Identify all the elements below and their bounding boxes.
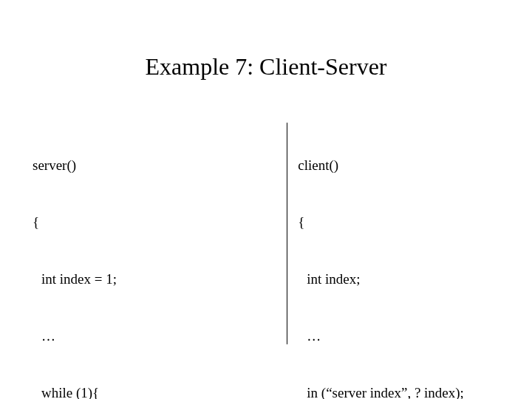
code-line: client() [298, 156, 517, 175]
slide-title: Example 7: Client-Server [0, 53, 532, 81]
code-line: { [33, 213, 281, 232]
code-columns: server() { int index = 1; … while (1){ i… [33, 118, 517, 399]
code-line: … [298, 327, 517, 346]
code-line: int index = 1; [33, 270, 281, 289]
slide: Example 7: Client-Server server() { int … [0, 0, 532, 399]
code-line: int index; [298, 270, 517, 289]
code-line: { [298, 213, 517, 232]
code-line: in (“server index”, ? index); [298, 383, 517, 399]
code-line: … [33, 327, 281, 346]
server-code-block: server() { int index = 1; … while (1){ i… [33, 118, 287, 399]
code-line: while (1){ [33, 383, 281, 399]
client-code-block: client() { int index; … in (“server inde… [287, 118, 517, 399]
code-line: server() [33, 156, 281, 175]
